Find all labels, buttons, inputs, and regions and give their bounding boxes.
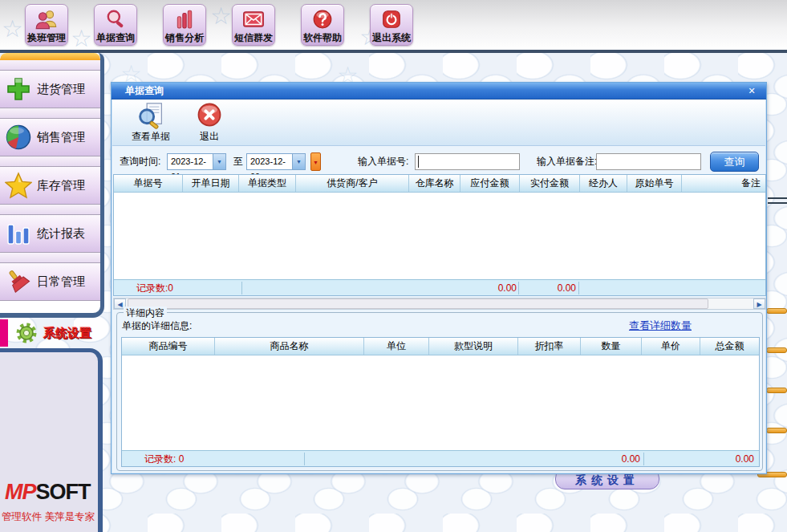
sidebar-item-inventory[interactable]: 库存管理 [0, 167, 100, 205]
shift-people-icon [35, 6, 58, 32]
stat-bars-icon [0, 220, 37, 247]
orange-handle-decoration [766, 428, 787, 433]
orange-handle-decoration [766, 347, 787, 353]
sidebar-top-bar [0, 53, 100, 60]
column-header[interactable]: 数量 [581, 338, 642, 355]
detail-table-footer: 记录数: 0 0.00 0.00 [122, 450, 759, 466]
view-detail-quantity-link[interactable]: 查看详细数量 [629, 319, 692, 333]
detail-table-header: 商品编号 商品名称 单位 款型说明 折扣率 数量 单价 总金额 [122, 338, 759, 355]
column-header[interactable]: 开单日期 [183, 175, 239, 192]
chevron-down-icon[interactable]: ▼ [292, 154, 305, 169]
sidebar-spacer [0, 108, 100, 119]
column-header[interactable]: 单位 [364, 338, 429, 355]
date-to-select[interactable]: 2023-12-09 ▼ [246, 153, 306, 170]
sidebar-item-reports[interactable]: 统计报表 [0, 215, 100, 253]
sidebar-item-purchase[interactable]: 进货管理 [0, 71, 100, 108]
bills-table-footer: 记录数:0 0.00 0.00 [114, 279, 765, 295]
column-header[interactable]: 经办人 [580, 175, 627, 192]
sidebar-item-settings[interactable]: 系统设置 [0, 319, 104, 347]
sidebar-item-daily[interactable]: 日常管理 [0, 263, 100, 301]
bills-table-header: 单据号 开单日期 单据类型 供货商/客户 仓库名称 应付金额 实付金额 经办人 … [114, 175, 765, 193]
app-window: ☆ ☆ ☆ ☆ 换班管理 单据查询 [0, 0, 787, 532]
sidebar-item-label: 库存管理 [37, 178, 85, 193]
column-header[interactable]: 总金额 [700, 338, 759, 355]
column-header[interactable]: 实付金额 [520, 175, 580, 192]
dialog-exit-button[interactable]: 退出 [189, 102, 229, 144]
sidebar-spacer [0, 60, 100, 71]
scrollbar-thumb[interactable] [128, 298, 708, 309]
bill-query-dialog: 单据查询 ✕ 查看单据 [111, 82, 767, 474]
bill-no-label: 输入单据号: [358, 153, 408, 170]
search-button[interactable]: 查询 [710, 152, 759, 172]
star-decoration: ☆ [2, 14, 23, 43]
column-header[interactable]: 折扣率 [518, 338, 581, 355]
detail-info-label: 单据的详细信息: [122, 319, 192, 333]
detail-table[interactable]: 商品编号 商品名称 单位 款型说明 折扣率 数量 单价 总金额 记录数: 0 0… [121, 337, 760, 467]
chevron-down-icon[interactable]: ▼ [213, 154, 225, 169]
logo-soft: SOFT [36, 480, 91, 504]
horizontal-scrollbar[interactable]: ◀ ▶ [113, 298, 766, 310]
column-header[interactable]: 应付金额 [460, 175, 520, 192]
bills-table[interactable]: 单据号 开单日期 单据类型 供货商/客户 仓库名称 应付金额 实付金额 经办人 … [113, 174, 766, 296]
equal-mark-decoration [768, 197, 787, 204]
dialog-title: 单据查询 [125, 85, 164, 96]
footer-separator [241, 282, 242, 294]
column-header[interactable]: 商品编号 [122, 338, 215, 355]
star-icon [0, 172, 37, 199]
column-header[interactable]: 供货商/客户 [296, 175, 409, 192]
detail-group-title: 详细内容 [124, 307, 167, 320]
magenta-stripe [0, 319, 8, 347]
date-quick-pick-button[interactable]: ▼ [310, 152, 321, 171]
footer-separator [518, 282, 519, 294]
sales-bars-icon [174, 6, 195, 32]
sidebar-spacer [0, 253, 100, 263]
brand-tagline: 管理软件 美萍是专家 [2, 510, 95, 524]
sidebar-spacer [0, 205, 100, 215]
column-header[interactable]: 单价 [642, 338, 700, 355]
toolbar-button-label: 软件帮助 [303, 32, 342, 43]
gear-icon [14, 321, 39, 345]
toolbar-button-label: 单据查询 [96, 32, 135, 43]
envelope-icon [242, 6, 265, 32]
column-header[interactable]: 商品名称 [215, 338, 364, 355]
remark-input[interactable] [596, 153, 701, 170]
column-header[interactable]: 仓库名称 [409, 175, 460, 192]
toolbar-button-sales-analysis[interactable]: 销售分析 [163, 4, 206, 46]
brush-icon [0, 268, 37, 295]
sidebar: 进货管理 销售管理 库存管理 [0, 53, 104, 318]
toolbar-button-sms-broadcast[interactable]: 短信群发 [232, 4, 275, 46]
sidebar-item-sales[interactable]: 销售管理 [0, 119, 100, 156]
view-bill-button[interactable]: 查看单据 [120, 102, 181, 144]
column-header[interactable]: 原始单号 [627, 175, 682, 192]
toolbar-button-exit-system[interactable]: 退出系统 [370, 4, 413, 46]
mpsoft-logo: MPSOFT [5, 480, 91, 505]
column-header[interactable]: 单据号 [114, 175, 183, 192]
star-decoration: ☆ [210, 2, 232, 30]
paid-total: 0.00 [520, 280, 576, 296]
pie-chart-icon [0, 124, 37, 151]
view-bill-label: 查看单据 [132, 130, 170, 144]
close-icon[interactable]: ✕ [745, 83, 758, 99]
column-header[interactable]: 款型说明 [429, 338, 518, 355]
footer-separator [578, 282, 579, 294]
toolbar-button-shift-management[interactable]: 换班管理 [25, 4, 68, 46]
date-from-select[interactable]: 2023-12-01 ▼ [167, 153, 226, 170]
scrollbar-track[interactable] [126, 298, 753, 309]
scroll-right-icon[interactable]: ▶ [753, 298, 765, 309]
column-header[interactable]: 备注 [682, 175, 765, 192]
payable-total: 0.00 [460, 280, 517, 296]
dialog-title-bar[interactable]: 单据查询 ✕ [112, 83, 766, 99]
toolbar-button-help[interactable]: 软件帮助 [301, 4, 344, 46]
bill-no-input[interactable] [415, 153, 520, 170]
view-bill-icon [137, 102, 164, 129]
orange-handle-decoration [766, 388, 787, 393]
exit-circle-icon [197, 102, 222, 128]
top-toolbar: ☆ ☆ ☆ ☆ 换班管理 单据查询 [0, 0, 787, 50]
column-header[interactable]: 单据类型 [239, 175, 296, 192]
amount-total: 0.00 [736, 451, 754, 467]
toolbar-button-bill-query[interactable]: 单据查询 [94, 4, 137, 46]
exit-label: 退出 [200, 130, 219, 144]
question-icon [312, 6, 333, 32]
records-count: 记录数: 0 [144, 451, 184, 467]
lower-left-panel: MPSOFT 管理软件 美萍是专家 [0, 348, 103, 532]
